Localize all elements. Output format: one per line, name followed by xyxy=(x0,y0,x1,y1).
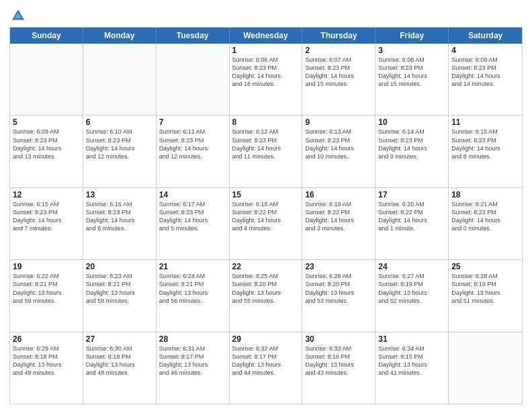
cell-info: Sunrise: 6:26 AM Sunset: 8:20 PM Dayligh… xyxy=(305,272,372,305)
calendar-body: 1Sunrise: 6:06 AM Sunset: 8:23 PM Daylig… xyxy=(10,44,522,404)
day-number: 21 xyxy=(159,262,226,271)
day-number: 5 xyxy=(13,118,80,127)
cell-info: Sunrise: 6:15 AM Sunset: 8:23 PM Dayligh… xyxy=(13,200,80,233)
day-number: 1 xyxy=(232,46,300,55)
calendar-row-2: 5Sunrise: 6:09 AM Sunset: 8:23 PM Daylig… xyxy=(10,115,522,187)
calendar: SundayMondayTuesdayWednesdayThursdayFrid… xyxy=(9,27,523,404)
cell-info: Sunrise: 6:08 AM Sunset: 8:23 PM Dayligh… xyxy=(378,56,445,89)
empty-cell xyxy=(10,44,83,115)
cell-info: Sunrise: 6:20 AM Sunset: 8:22 PM Dayligh… xyxy=(378,200,445,233)
day-cell-3: 3Sunrise: 6:08 AM Sunset: 8:23 PM Daylig… xyxy=(375,44,449,115)
cell-info: Sunrise: 6:21 AM Sunset: 8:22 PM Dayligh… xyxy=(451,200,519,233)
day-cell-19: 19Sunrise: 6:22 AM Sunset: 8:21 PM Dayli… xyxy=(10,260,83,331)
day-number: 14 xyxy=(159,190,226,199)
day-number: 30 xyxy=(305,334,372,344)
day-cell-21: 21Sunrise: 6:24 AM Sunset: 8:21 PM Dayli… xyxy=(157,260,230,331)
calendar-row-3: 12Sunrise: 6:15 AM Sunset: 8:23 PM Dayli… xyxy=(10,187,522,259)
day-number: 27 xyxy=(86,334,153,344)
day-cell-25: 25Sunrise: 6:28 AM Sunset: 8:19 PM Dayli… xyxy=(449,260,522,331)
day-cell-20: 20Sunrise: 6:23 AM Sunset: 8:21 PM Dayli… xyxy=(83,260,157,331)
day-number: 11 xyxy=(451,118,519,127)
day-cell-13: 13Sunrise: 6:16 AM Sunset: 8:23 PM Dayli… xyxy=(83,188,157,259)
day-cell-14: 14Sunrise: 6:17 AM Sunset: 8:23 PM Dayli… xyxy=(157,188,230,259)
header-cell-tuesday: Tuesday xyxy=(157,28,230,44)
cell-info: Sunrise: 6:16 AM Sunset: 8:23 PM Dayligh… xyxy=(86,200,153,233)
day-cell-29: 29Sunrise: 6:32 AM Sunset: 8:17 PM Dayli… xyxy=(230,332,303,404)
day-cell-10: 10Sunrise: 6:14 AM Sunset: 8:23 PM Dayli… xyxy=(375,116,449,187)
header xyxy=(9,7,523,23)
cell-info: Sunrise: 6:15 AM Sunset: 8:23 PM Dayligh… xyxy=(451,128,519,161)
cell-info: Sunrise: 6:11 AM Sunset: 8:23 PM Dayligh… xyxy=(159,128,226,161)
day-number: 17 xyxy=(378,190,445,199)
day-cell-30: 30Sunrise: 6:33 AM Sunset: 8:16 PM Dayli… xyxy=(302,332,375,404)
cell-info: Sunrise: 6:25 AM Sunset: 8:20 PM Dayligh… xyxy=(232,272,300,305)
day-cell-17: 17Sunrise: 6:20 AM Sunset: 8:22 PM Dayli… xyxy=(375,188,449,259)
header-cell-thursday: Thursday xyxy=(302,28,375,44)
day-cell-31: 31Sunrise: 6:34 AM Sunset: 8:15 PM Dayli… xyxy=(375,332,449,404)
empty-cell xyxy=(83,44,157,115)
day-cell-11: 11Sunrise: 6:15 AM Sunset: 8:23 PM Dayli… xyxy=(449,116,522,187)
day-number: 9 xyxy=(305,118,372,127)
day-cell-9: 9Sunrise: 6:13 AM Sunset: 8:23 PM Daylig… xyxy=(302,116,375,187)
day-number: 7 xyxy=(159,118,226,127)
day-number: 13 xyxy=(86,190,153,199)
day-cell-23: 23Sunrise: 6:26 AM Sunset: 8:20 PM Dayli… xyxy=(302,260,375,331)
day-cell-22: 22Sunrise: 6:25 AM Sunset: 8:20 PM Dayli… xyxy=(230,260,303,331)
cell-info: Sunrise: 6:24 AM Sunset: 8:21 PM Dayligh… xyxy=(159,272,226,305)
day-cell-18: 18Sunrise: 6:21 AM Sunset: 8:22 PM Dayli… xyxy=(449,188,522,259)
day-cell-26: 26Sunrise: 6:29 AM Sunset: 8:18 PM Dayli… xyxy=(10,332,83,404)
cell-info: Sunrise: 6:17 AM Sunset: 8:23 PM Dayligh… xyxy=(159,200,226,233)
day-number: 26 xyxy=(13,334,80,344)
day-number: 28 xyxy=(159,334,226,344)
cell-info: Sunrise: 6:33 AM Sunset: 8:16 PM Dayligh… xyxy=(305,345,372,377)
cell-info: Sunrise: 6:12 AM Sunset: 8:23 PM Dayligh… xyxy=(232,128,300,161)
header-cell-wednesday: Wednesday xyxy=(230,28,303,44)
day-cell-16: 16Sunrise: 6:19 AM Sunset: 8:22 PM Dayli… xyxy=(302,188,375,259)
header-cell-friday: Friday xyxy=(375,28,449,44)
day-number: 19 xyxy=(13,262,80,271)
day-cell-7: 7Sunrise: 6:11 AM Sunset: 8:23 PM Daylig… xyxy=(157,116,230,187)
day-number: 18 xyxy=(451,190,519,199)
header-cell-sunday: Sunday xyxy=(10,28,83,44)
cell-info: Sunrise: 6:34 AM Sunset: 8:15 PM Dayligh… xyxy=(378,345,445,377)
header-cell-monday: Monday xyxy=(83,28,157,44)
day-number: 25 xyxy=(451,262,519,271)
day-cell-2: 2Sunrise: 6:07 AM Sunset: 8:23 PM Daylig… xyxy=(302,44,375,115)
cell-info: Sunrise: 6:09 AM Sunset: 8:23 PM Dayligh… xyxy=(13,128,80,161)
cell-info: Sunrise: 6:32 AM Sunset: 8:17 PM Dayligh… xyxy=(232,345,300,377)
page: SundayMondayTuesdayWednesdayThursdayFrid… xyxy=(0,0,532,411)
day-number: 16 xyxy=(305,190,372,199)
day-number: 23 xyxy=(305,262,372,271)
day-cell-24: 24Sunrise: 6:27 AM Sunset: 8:19 PM Dayli… xyxy=(375,260,449,331)
day-cell-8: 8Sunrise: 6:12 AM Sunset: 8:23 PM Daylig… xyxy=(230,116,303,187)
day-number: 29 xyxy=(232,334,300,344)
cell-info: Sunrise: 6:14 AM Sunset: 8:23 PM Dayligh… xyxy=(378,128,445,161)
cell-info: Sunrise: 6:06 AM Sunset: 8:23 PM Dayligh… xyxy=(232,56,300,89)
day-number: 31 xyxy=(378,334,445,344)
cell-info: Sunrise: 6:10 AM Sunset: 8:23 PM Dayligh… xyxy=(86,128,153,161)
day-number: 20 xyxy=(86,262,153,271)
day-number: 15 xyxy=(232,190,300,199)
cell-info: Sunrise: 6:18 AM Sunset: 8:22 PM Dayligh… xyxy=(232,200,300,233)
day-cell-27: 27Sunrise: 6:30 AM Sunset: 8:18 PM Dayli… xyxy=(83,332,157,404)
empty-cell xyxy=(157,44,230,115)
cell-info: Sunrise: 6:13 AM Sunset: 8:23 PM Dayligh… xyxy=(305,128,372,161)
day-cell-1: 1Sunrise: 6:06 AM Sunset: 8:23 PM Daylig… xyxy=(230,44,303,115)
day-number: 8 xyxy=(232,118,300,127)
cell-info: Sunrise: 6:23 AM Sunset: 8:21 PM Dayligh… xyxy=(86,272,153,305)
cell-info: Sunrise: 6:30 AM Sunset: 8:18 PM Dayligh… xyxy=(86,345,153,377)
cell-info: Sunrise: 6:31 AM Sunset: 8:17 PM Dayligh… xyxy=(159,345,226,377)
day-number: 2 xyxy=(305,46,372,55)
logo-icon xyxy=(11,8,26,23)
day-cell-6: 6Sunrise: 6:10 AM Sunset: 8:23 PM Daylig… xyxy=(83,116,157,187)
cell-info: Sunrise: 6:07 AM Sunset: 8:23 PM Dayligh… xyxy=(305,56,372,89)
cell-info: Sunrise: 6:29 AM Sunset: 8:18 PM Dayligh… xyxy=(13,345,80,377)
day-number: 4 xyxy=(451,46,519,55)
calendar-row-5: 26Sunrise: 6:29 AM Sunset: 8:18 PM Dayli… xyxy=(10,332,522,404)
header-cell-saturday: Saturday xyxy=(449,28,522,44)
cell-info: Sunrise: 6:28 AM Sunset: 8:19 PM Dayligh… xyxy=(451,272,519,305)
day-cell-5: 5Sunrise: 6:09 AM Sunset: 8:23 PM Daylig… xyxy=(10,116,83,187)
cell-info: Sunrise: 6:22 AM Sunset: 8:21 PM Dayligh… xyxy=(13,272,80,305)
calendar-header: SundayMondayTuesdayWednesdayThursdayFrid… xyxy=(10,28,522,44)
calendar-row-1: 1Sunrise: 6:06 AM Sunset: 8:23 PM Daylig… xyxy=(10,44,522,115)
